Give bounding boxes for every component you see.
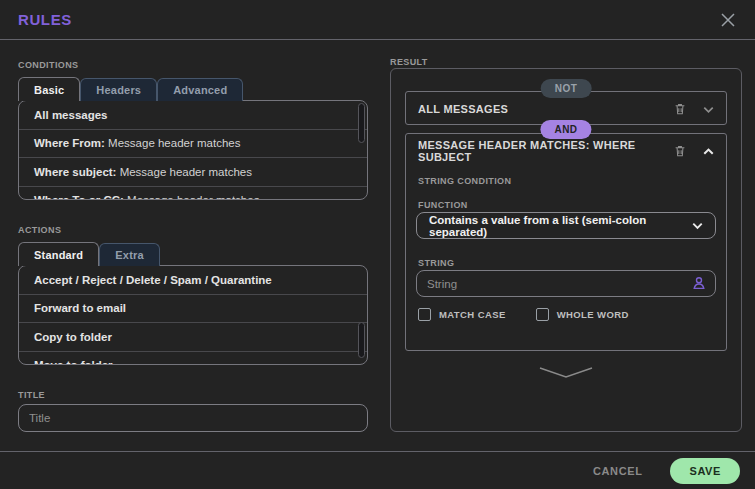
rule-title: ALL MESSAGES [418,103,508,115]
string-input[interactable] [416,270,716,297]
rule-title: MESSAGE HEADER MATCHES: WHERE SUBJECT [418,139,673,163]
condition-item-clipped[interactable]: Where To or CC: Message header matches [19,187,367,201]
rule-card-header-matches: MESSAGE HEADER MATCHES: WHERE SUBJECT ST… [405,133,727,351]
conditions-list: All messages Where From: Message header … [18,100,368,200]
checkbox-label: MATCH CASE [439,309,506,320]
action-item-move-clipped[interactable]: Move to folder [19,352,367,366]
tab-advanced[interactable]: Advanced [157,78,243,101]
condition-item-where-subject[interactable]: Where subject: Message header matches [19,158,367,187]
title-input[interactable] [18,404,368,432]
actions-tabs: Standard Extra [18,242,160,266]
tab-extra[interactable]: Extra [99,243,160,266]
string-label: STRING [418,258,454,268]
action-item-label: Accept / Reject / Delete / Spam / Quaran… [34,274,272,286]
trash-icon[interactable] [673,102,687,116]
match-case-checkbox[interactable]: MATCH CASE [418,308,506,321]
string-condition-label: STRING CONDITION [418,176,511,186]
condition-item-label: Where subject: [34,166,116,178]
dialog-title: RULES [18,11,72,28]
function-selected-value: Contains a value from a list (semi-colon… [429,214,690,238]
contact-picker-icon[interactable] [691,275,707,291]
condition-item-all-messages[interactable]: All messages [19,101,367,130]
condition-item-label: Where From: [34,137,105,149]
result-panel: NOT ALL MESSAGES AND MESSAGE HEADER MATC… [390,68,742,432]
rule-card-header: MESSAGE HEADER MATCHES: WHERE SUBJECT [406,134,726,168]
checkbox-box [418,308,431,321]
actions-scrollbar[interactable] [358,322,365,358]
close-icon[interactable] [715,7,741,33]
condition-item-label-rest: Message header matches [116,166,252,178]
dialog-header: RULES [0,0,755,40]
action-item-accept-reject[interactable]: Accept / Reject / Delete / Spam / Quaran… [19,266,367,295]
action-item-label: Forward to email [34,302,126,314]
cancel-button[interactable]: CANCEL [593,465,642,477]
condition-item-label: Where To or CC: [34,194,124,200]
save-button[interactable]: SAVE [670,458,740,484]
action-item-label: Copy to folder [34,331,112,343]
tab-headers[interactable]: Headers [80,78,157,101]
chevron-up-icon[interactable] [701,144,716,159]
title-label: TITLE [18,390,45,400]
not-badge[interactable]: NOT [541,79,592,98]
whole-word-checkbox[interactable]: WHOLE WORD [536,308,629,321]
condition-item-label-rest: Message header matches [105,137,241,149]
chevron-down-icon[interactable] [701,102,716,117]
actions-label: ACTIONS [18,225,61,235]
result-label: RESULT [390,57,428,67]
conditions-label: CONDITIONS [18,60,79,70]
expand-chevron-icon[interactable] [537,365,595,380]
condition-item-label-rest: Message header matches [124,194,260,200]
condition-item-where-from[interactable]: Where From: Message header matches [19,130,367,159]
chevron-down-icon [690,218,705,233]
function-label: FUNCTION [418,200,468,210]
and-badge[interactable]: AND [540,120,591,139]
conditions-scrollbar[interactable] [358,103,365,143]
action-item-copy[interactable]: Copy to folder [19,323,367,352]
conditions-tabs: Basic Headers Advanced [18,77,243,101]
tab-basic[interactable]: Basic [18,77,80,101]
dialog-footer: CANCEL SAVE [0,451,755,489]
string-field-wrap [416,270,716,297]
action-item-label: Move to folder [34,359,113,365]
checkbox-label: WHOLE WORD [557,309,629,320]
checkbox-box [536,308,549,321]
trash-icon[interactable] [673,144,687,158]
actions-list: Accept / Reject / Delete / Spam / Quaran… [18,265,368,365]
condition-item-label: All messages [34,109,108,121]
rules-dialog: RULES CONDITIONS Basic Headers Advanced … [0,0,755,489]
function-select[interactable]: Contains a value from a list (semi-colon… [416,212,716,239]
tab-standard[interactable]: Standard [18,242,99,266]
action-item-forward[interactable]: Forward to email [19,295,367,324]
checkbox-row: MATCH CASE WHOLE WORD [418,308,629,321]
